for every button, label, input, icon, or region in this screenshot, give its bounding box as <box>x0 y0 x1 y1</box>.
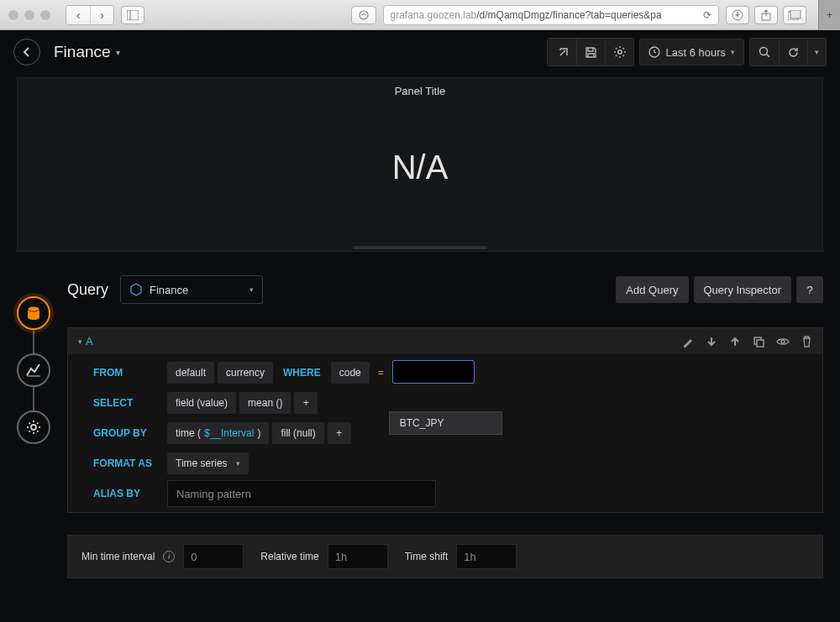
downloads-icon[interactable] <box>726 6 749 24</box>
groupby-fill[interactable]: fill (null) <box>272 422 323 444</box>
relative-time-input[interactable]: 1h <box>328 544 388 569</box>
settings-gear-icon[interactable] <box>605 39 633 65</box>
time-range-picker[interactable]: Last 6 hours ▾ <box>639 39 744 65</box>
select-field[interactable]: field (value) <box>167 392 236 414</box>
panel-title[interactable]: Panel Title <box>18 78 822 104</box>
query-header: Query Finance ▾ Add Query Query Inspecto… <box>67 275 823 304</box>
dashboard-title: Finance <box>54 43 111 61</box>
url-host: grafana.goozen.lab <box>391 9 477 21</box>
caret-down-icon: ▾ <box>236 459 240 468</box>
query-row-a: ▾ A FROM default currency <box>67 327 823 513</box>
caret-down-icon: ▾ <box>116 48 120 57</box>
delete-icon[interactable] <box>801 336 812 348</box>
query-letter: A <box>86 335 93 348</box>
select-aggregation[interactable]: mean () <box>239 392 291 414</box>
tabs-icon[interactable] <box>783 6 806 24</box>
save-icon[interactable] <box>576 39 605 65</box>
tab-visualization[interactable] <box>17 353 50 387</box>
datasource-select[interactable]: Finance ▾ <box>120 275 263 304</box>
where-operator[interactable]: = <box>373 362 389 384</box>
query-inspector-button[interactable]: Query Inspector <box>694 276 792 303</box>
svg-point-7 <box>618 50 622 54</box>
nav-back-forward: ‹ › <box>66 5 114 25</box>
move-up-icon[interactable] <box>729 336 741 348</box>
back-button[interactable] <box>13 39 40 65</box>
groupby-time[interactable]: time ($__Interval) <box>167 422 269 444</box>
time-shift-label: Time shift <box>405 551 449 562</box>
min-interval-input[interactable]: 0 <box>183 544 244 569</box>
format-keyword: FORMAT AS <box>90 457 164 469</box>
clock-icon <box>648 46 660 58</box>
query-options: Min time interval i 0 Relative time 1h T… <box>67 535 823 578</box>
svg-rect-0 <box>127 10 139 20</box>
refresh-icon[interactable] <box>779 39 807 65</box>
min-interval-label: Min time interval <box>81 551 155 562</box>
time-shift-input[interactable]: 1h <box>456 544 517 569</box>
format-select[interactable]: Time series ▾ <box>167 452 249 474</box>
caret-down-icon: ▾ <box>731 48 735 56</box>
where-keyword: WHERE <box>276 367 328 379</box>
new-tab[interactable]: + <box>818 0 840 30</box>
panel-resize-handle[interactable] <box>353 246 487 249</box>
from-policy[interactable]: default <box>167 362 214 384</box>
select-add[interactable]: + <box>294 392 318 414</box>
dashboard-title-dropdown[interactable]: Finance ▾ <box>54 43 120 61</box>
browser-toolbar: ‹ › grafana.goozen.lab/d/mQamqDmgz/finan… <box>0 0 840 30</box>
groupby-add[interactable]: + <box>328 422 351 444</box>
relative-time-label: Relative time <box>260 551 318 562</box>
reload-icon[interactable]: ⟳ <box>703 9 711 21</box>
from-keyword: FROM <box>90 367 164 379</box>
refresh-interval-dropdown[interactable]: ▾ <box>807 39 826 65</box>
close-window[interactable] <box>8 10 18 20</box>
svg-point-15 <box>781 340 785 343</box>
where-value-input[interactable] <box>392 360 475 384</box>
svg-point-9 <box>759 47 767 55</box>
tab-queries[interactable] <box>17 296 50 330</box>
groupby-keyword: GROUP BY <box>90 427 164 439</box>
window-controls <box>8 10 50 20</box>
svg-rect-6 <box>790 10 801 18</box>
info-icon[interactable]: i <box>163 551 175 562</box>
browser-forward[interactable]: › <box>90 6 113 24</box>
share-panel-icon[interactable] <box>548 39 576 65</box>
duplicate-icon[interactable] <box>753 336 764 348</box>
zoom-out-icon[interactable] <box>750 39 779 65</box>
svg-point-2 <box>360 11 368 19</box>
caret-down-icon: ▾ <box>249 285 254 294</box>
zoom-window[interactable] <box>40 10 50 20</box>
add-query-button[interactable]: Add Query <box>616 276 688 303</box>
where-tag[interactable]: code <box>331 362 370 384</box>
svg-point-12 <box>31 425 36 430</box>
move-down-icon[interactable] <box>706 336 717 348</box>
editor-side-tabs <box>0 275 67 578</box>
visibility-icon[interactable] <box>776 336 790 348</box>
tab-general-settings[interactable] <box>17 410 50 444</box>
reader-icon[interactable] <box>351 6 376 24</box>
alias-input[interactable]: Naming pattern <box>167 480 436 507</box>
datasource-name: Finance <box>150 284 188 296</box>
address-bar[interactable]: grafana.goozen.lab/d/mQamqDmgz/finance?t… <box>383 5 720 25</box>
alias-keyword: ALIAS BY <box>90 488 164 499</box>
datasource-icon <box>129 283 143 296</box>
caret-down-icon: ▾ <box>78 337 82 346</box>
from-measurement[interactable]: currency <box>218 362 273 384</box>
svg-rect-14 <box>757 340 764 347</box>
panel: Panel Title N/A <box>17 77 823 252</box>
browser-back[interactable]: ‹ <box>66 6 90 24</box>
minimize-window[interactable] <box>24 10 34 20</box>
grafana-topnav: Finance ▾ Last 6 hours ▾ <box>0 30 840 74</box>
select-keyword: SELECT <box>90 397 164 409</box>
time-range-label: Last 6 hours <box>665 46 726 59</box>
query-row-toggle[interactable]: ▾ A <box>78 335 93 348</box>
edit-icon[interactable] <box>682 336 694 348</box>
panel-value: N/A <box>18 104 822 230</box>
url-path: /d/mQamqDmgz/finance?tab=queries&pa <box>476 9 661 21</box>
help-button[interactable]: ? <box>796 276 823 303</box>
sidebar-toggle[interactable] <box>121 6 144 24</box>
query-section-label: Query <box>67 281 108 299</box>
autocomplete-suggestion[interactable]: BTC_JPY <box>389 411 502 435</box>
share-icon[interactable] <box>754 6 778 24</box>
